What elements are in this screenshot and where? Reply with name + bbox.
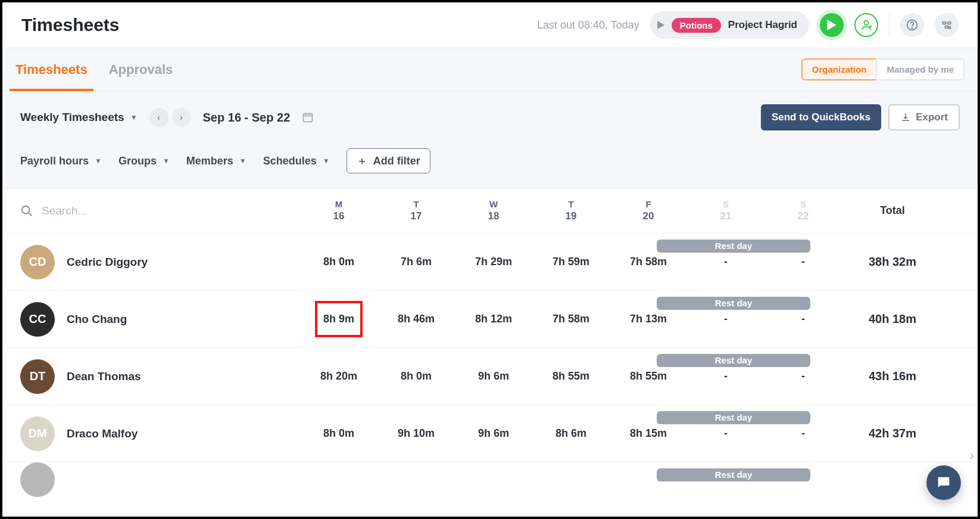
timesheet-table: M16T17W18T19F20S21S22Total CD Cedric Dig… xyxy=(2,188,978,486)
time-cell[interactable]: 7h 13m xyxy=(610,313,687,325)
export-button[interactable]: Export xyxy=(888,104,960,130)
time-cell[interactable]: 8h 20m xyxy=(300,370,377,383)
rest-day-badge: Rest day xyxy=(657,411,810,424)
time-cell[interactable]: 8h 12m xyxy=(455,313,532,325)
table-row[interactable]: CC Cho Chang8h 9m8h 46m8h 12m7h 58m7h 13… xyxy=(2,291,978,348)
time-cell[interactable]: - xyxy=(764,427,842,440)
time-cell[interactable]: 7h 59m xyxy=(532,256,610,268)
tab-timesheets[interactable]: Timesheets xyxy=(15,48,88,91)
svg-point-6 xyxy=(948,27,950,29)
tabs-row: Timesheets Approvals Organization Manage… xyxy=(2,48,978,91)
scroll-right-icon[interactable]: › xyxy=(970,448,974,464)
table-row: Rest day xyxy=(2,462,978,486)
add-filter-button[interactable]: ＋ Add filter xyxy=(347,148,430,173)
settings-button[interactable] xyxy=(935,13,959,37)
time-cell[interactable]: - xyxy=(687,256,764,268)
day-header: T19 xyxy=(532,199,610,222)
help-button[interactable] xyxy=(900,13,924,37)
person-cell: DT Dean Thomas xyxy=(20,359,300,394)
current-project-pill[interactable]: Potions Project Hagrid xyxy=(650,11,809,39)
time-cell[interactable]: 8h 0m xyxy=(300,427,377,440)
time-cell[interactable]: 7h 29m xyxy=(455,256,532,268)
caret-down-icon: ▼ xyxy=(239,157,246,165)
caret-down-icon: ▼ xyxy=(323,157,330,165)
filter-label: Schedules xyxy=(263,155,317,167)
time-cell[interactable]: 7h 6m xyxy=(377,256,455,268)
time-cell[interactable]: 7h 58m xyxy=(532,313,610,325)
time-cell[interactable]: 8h 0m xyxy=(300,256,377,268)
export-label: Export xyxy=(916,111,948,123)
day-header: S21 xyxy=(687,199,764,222)
divider xyxy=(889,14,890,36)
rest-day-badge: Rest day xyxy=(657,468,810,481)
table-row[interactable]: DT Dean Thomas8h 20m8h 0m9h 6m8h 55m8h 5… xyxy=(2,348,978,405)
time-cell[interactable]: - xyxy=(687,427,764,440)
calendar-icon[interactable] xyxy=(302,111,314,123)
svg-rect-4 xyxy=(948,22,951,24)
filter-label: Members xyxy=(186,155,233,167)
svg-rect-3 xyxy=(942,22,945,24)
time-cell[interactable]: - xyxy=(687,313,764,325)
time-cell[interactable]: - xyxy=(764,256,842,268)
view-type-dropdown[interactable]: Weekly Timesheets ▼ xyxy=(20,111,138,124)
start-timer-button[interactable] xyxy=(820,13,844,37)
time-cell[interactable]: 8h 0m xyxy=(377,370,455,383)
tab-approvals[interactable]: Approvals xyxy=(109,48,173,91)
next-week-button[interactable]: › xyxy=(172,108,191,127)
total-header: Total xyxy=(842,204,943,217)
avatar: DM xyxy=(20,417,55,451)
last-out-status: Last out 08:40, Today xyxy=(537,19,639,32)
filter-groups[interactable]: Groups ▼ xyxy=(118,155,170,167)
svg-point-8 xyxy=(22,206,30,213)
table-row[interactable]: CD Cedric Diggory8h 0m7h 6m7h 29m7h 59m7… xyxy=(2,234,978,291)
time-cell[interactable]: 8h 9m xyxy=(300,301,377,337)
avatar: DT xyxy=(20,359,55,394)
time-cell[interactable]: 9h 6m xyxy=(455,427,532,440)
search-input[interactable] xyxy=(42,204,161,217)
view-type-label: Weekly Timesheets xyxy=(20,111,124,124)
total-cell: 38h 32m xyxy=(842,255,943,269)
time-cell[interactable]: - xyxy=(687,370,764,383)
time-cell[interactable]: 8h 6m xyxy=(532,427,610,440)
time-cell[interactable]: 7h 58m xyxy=(610,256,687,268)
prev-week-button[interactable]: ‹ xyxy=(149,108,168,127)
send-to-quickbooks-button[interactable]: Send to QuickBooks xyxy=(761,104,881,130)
person-cell: CC Cho Chang xyxy=(20,302,300,337)
chat-launcher-button[interactable] xyxy=(926,465,961,500)
project-name: Project Hagrid xyxy=(728,19,797,31)
person-name: Draco Malfoy xyxy=(67,427,138,440)
table-row[interactable]: DM Draco Malfoy8h 0m9h 10m9h 6m8h 6m8h 1… xyxy=(2,405,978,462)
time-cell[interactable]: - xyxy=(764,370,842,383)
day-header: S22 xyxy=(764,199,842,222)
total-cell: 43h 16m xyxy=(842,369,943,383)
filters-row: Payroll hours ▼ Groups ▼ Members ▼ Sched… xyxy=(2,144,978,188)
total-cell: 42h 37m xyxy=(842,427,943,440)
time-cell[interactable]: 8h 55m xyxy=(532,370,610,383)
time-cell[interactable]: 9h 6m xyxy=(455,370,532,383)
day-header: F20 xyxy=(610,199,687,222)
date-range-label: Sep 16 - Sep 22 xyxy=(203,111,291,125)
time-cell[interactable]: 9h 10m xyxy=(377,427,455,440)
filter-members[interactable]: Members ▼ xyxy=(186,155,246,167)
caret-down-icon: ▼ xyxy=(95,157,102,165)
user-status-button[interactable] xyxy=(854,13,878,37)
scope-organization[interactable]: Organization xyxy=(801,58,876,80)
caret-down-icon: ▼ xyxy=(130,113,138,122)
filter-payroll-hours[interactable]: Payroll hours ▼ xyxy=(20,155,102,167)
person-cell: CD Cedric Diggory xyxy=(20,245,300,279)
time-cell[interactable]: 8h 46m xyxy=(377,313,455,325)
page-title: Timesheets xyxy=(21,15,120,35)
svg-point-0 xyxy=(864,21,868,25)
plus-icon: ＋ xyxy=(357,154,367,168)
filter-schedules[interactable]: Schedules ▼ xyxy=(263,155,330,167)
time-cell[interactable]: 8h 55m xyxy=(610,370,687,383)
top-right-controls: Last out 08:40, Today Potions Project Ha… xyxy=(537,11,959,39)
person-name: Dean Thomas xyxy=(67,370,141,383)
time-cell[interactable]: - xyxy=(764,313,842,325)
filter-label: Payroll hours xyxy=(20,155,89,167)
play-mini-icon xyxy=(657,21,664,29)
person-cell: DM Draco Malfoy xyxy=(20,417,300,451)
time-cell[interactable]: 8h 15m xyxy=(610,427,687,440)
scope-managed-by-me[interactable]: Managed by me xyxy=(876,58,965,80)
top-bar: Timesheets Last out 08:40, Today Potions… xyxy=(2,2,978,48)
